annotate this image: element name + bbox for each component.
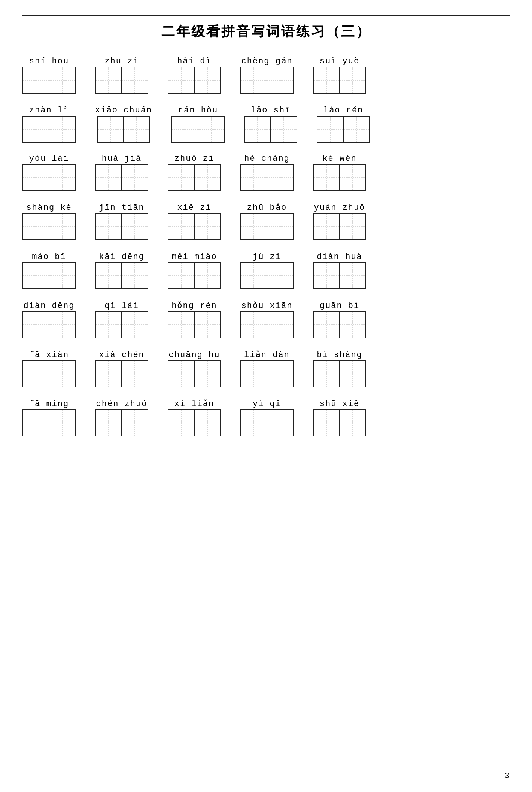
char-box-5-4-0[interactable] — [313, 311, 340, 338]
pinyin-label-1-1: xiǎo chuán — [95, 105, 152, 115]
char-box-3-0-1[interactable] — [49, 213, 76, 240]
char-box-0-1-0[interactable] — [95, 67, 122, 94]
char-box-1-4-0[interactable] — [317, 116, 344, 143]
char-box-1-4-1[interactable] — [343, 116, 370, 143]
char-box-7-1-1[interactable] — [121, 409, 148, 436]
char-box-5-1-1[interactable] — [121, 311, 148, 338]
char-box-4-0-0[interactable] — [22, 262, 49, 289]
word-group-0-3: chèng gǎn — [240, 56, 294, 94]
char-box-0-4-0[interactable] — [313, 67, 340, 94]
char-box-2-2-0[interactable] — [168, 164, 195, 191]
char-box-3-2-1[interactable] — [194, 213, 221, 240]
char-box-7-2-0[interactable] — [168, 409, 195, 436]
char-box-7-4-1[interactable] — [339, 409, 366, 436]
pinyin-label-5-3: shǒu xiān — [241, 300, 293, 311]
char-box-4-4-0[interactable] — [313, 262, 340, 289]
char-box-5-0-0[interactable] — [22, 311, 49, 338]
char-box-0-0-0[interactable] — [22, 67, 49, 94]
char-boxes-3-4 — [313, 213, 366, 240]
char-box-5-1-0[interactable] — [95, 311, 122, 338]
word-group-6-1: xià chén — [95, 350, 148, 387]
char-box-5-2-0[interactable] — [168, 311, 195, 338]
char-boxes-4-2 — [168, 262, 221, 289]
char-box-4-1-1[interactable] — [121, 262, 148, 289]
char-box-2-1-1[interactable] — [121, 164, 148, 191]
char-box-6-4-1[interactable] — [339, 360, 366, 387]
pinyin-label-5-0: diàn dēng — [24, 301, 75, 311]
char-box-1-3-0[interactable] — [244, 116, 271, 143]
word-group-6-3: liǎn dàn — [240, 350, 294, 387]
char-box-1-2-0[interactable] — [171, 116, 198, 143]
row-3: shàng kèjīn tiānxiě zìzhū bǎoyuán zhuō — [22, 202, 510, 240]
char-box-1-3-1[interactable] — [270, 116, 297, 143]
word-group-0-2: hǎi dǐ — [168, 56, 221, 94]
char-box-6-0-1[interactable] — [49, 360, 76, 387]
char-box-4-4-1[interactable] — [339, 262, 366, 289]
char-box-6-3-0[interactable] — [240, 360, 267, 387]
char-box-0-2-1[interactable] — [194, 67, 221, 94]
char-box-5-3-0[interactable] — [240, 311, 267, 338]
char-box-7-0-1[interactable] — [49, 409, 76, 436]
char-box-5-4-1[interactable] — [339, 311, 366, 338]
char-box-0-4-1[interactable] — [339, 67, 366, 94]
char-box-4-2-1[interactable] — [194, 262, 221, 289]
char-box-0-1-1[interactable] — [121, 67, 148, 94]
char-box-7-3-0[interactable] — [240, 409, 267, 436]
char-box-6-3-1[interactable] — [267, 360, 294, 387]
char-box-3-2-0[interactable] — [168, 213, 195, 240]
pinyin-label-4-2: měi miào — [171, 252, 217, 262]
char-box-6-4-0[interactable] — [313, 360, 340, 387]
row-0: shí houzhū zihǎi dǐchèng gǎnsuì yuè — [22, 56, 510, 94]
char-box-7-0-0[interactable] — [22, 409, 49, 436]
word-group-2-3: hé chàng — [240, 154, 294, 191]
char-box-0-2-0[interactable] — [168, 67, 195, 94]
char-box-7-3-1[interactable] — [267, 409, 294, 436]
char-box-3-3-1[interactable] — [267, 213, 294, 240]
char-box-2-3-0[interactable] — [240, 164, 267, 191]
char-box-4-2-0[interactable] — [168, 262, 195, 289]
char-box-4-1-0[interactable] — [95, 262, 122, 289]
char-box-3-3-0[interactable] — [240, 213, 267, 240]
char-box-4-3-1[interactable] — [267, 262, 294, 289]
char-box-0-0-1[interactable] — [49, 67, 76, 94]
char-box-4-0-1[interactable] — [49, 262, 76, 289]
char-box-7-1-0[interactable] — [95, 409, 122, 436]
word-group-1-4: lǎo rén — [317, 105, 370, 143]
char-box-1-0-0[interactable] — [22, 116, 49, 143]
char-box-2-4-1[interactable] — [339, 164, 366, 191]
char-box-0-3-1[interactable] — [267, 67, 294, 94]
char-box-3-1-1[interactable] — [121, 213, 148, 240]
char-box-1-1-1[interactable] — [123, 116, 150, 143]
char-box-2-1-0[interactable] — [95, 164, 122, 191]
char-boxes-1-4 — [317, 116, 370, 143]
char-box-6-2-0[interactable] — [168, 360, 195, 387]
char-box-2-0-0[interactable] — [22, 164, 49, 191]
char-box-3-1-0[interactable] — [95, 213, 122, 240]
char-box-6-2-1[interactable] — [194, 360, 221, 387]
char-box-3-4-0[interactable] — [313, 213, 340, 240]
char-box-6-1-1[interactable] — [121, 360, 148, 387]
char-box-2-3-1[interactable] — [267, 164, 294, 191]
char-box-4-3-0[interactable] — [240, 262, 267, 289]
char-box-1-2-1[interactable] — [198, 116, 225, 143]
char-box-6-1-0[interactable] — [95, 360, 122, 387]
char-box-2-0-1[interactable] — [49, 164, 76, 191]
pinyin-label-4-1: kāi dēng — [99, 252, 145, 262]
char-box-3-4-1[interactable] — [339, 213, 366, 240]
char-box-1-1-0[interactable] — [97, 116, 124, 143]
word-group-7-3: yì qǐ — [240, 399, 294, 436]
char-box-7-4-0[interactable] — [313, 409, 340, 436]
char-box-3-0-0[interactable] — [22, 213, 49, 240]
pinyin-label-1-2: rán hòu — [178, 106, 218, 115]
page-title: 二年级看拼音写词语练习（三） — [22, 22, 510, 41]
char-box-5-3-1[interactable] — [267, 311, 294, 338]
word-group-3-4: yuán zhuō — [313, 203, 366, 240]
char-box-1-0-1[interactable] — [49, 116, 76, 143]
char-box-0-3-0[interactable] — [240, 67, 267, 94]
char-box-6-0-0[interactable] — [22, 360, 49, 387]
char-box-5-0-1[interactable] — [49, 311, 76, 338]
char-box-2-2-1[interactable] — [194, 164, 221, 191]
char-box-2-4-0[interactable] — [313, 164, 340, 191]
char-box-7-2-1[interactable] — [194, 409, 221, 436]
char-box-5-2-1[interactable] — [194, 311, 221, 338]
